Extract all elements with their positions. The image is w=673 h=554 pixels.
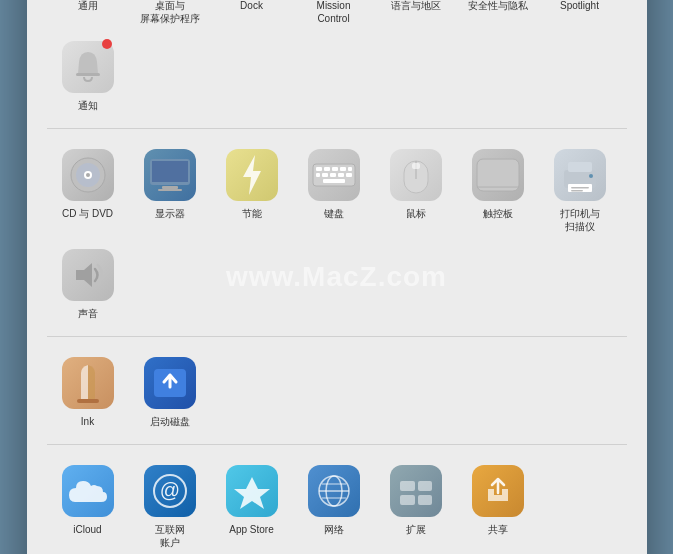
- svg-rect-30: [152, 161, 188, 182]
- section-other: Ink 启动磁盘: [47, 347, 627, 434]
- startup-label: 启动磁盘: [150, 415, 190, 428]
- display-label: 显示器: [155, 207, 185, 220]
- svg-rect-47: [412, 163, 420, 169]
- share-label: 共享: [488, 523, 508, 536]
- ink-icon: [60, 355, 116, 411]
- general-label: 通用: [78, 0, 98, 12]
- svg-rect-66: [400, 481, 415, 491]
- divider-1: [47, 128, 627, 129]
- sidebar-item-general[interactable]: 通用: [47, 0, 129, 31]
- expand-label: 扩展: [406, 523, 426, 536]
- sidebar-item-energy[interactable]: 节能: [211, 139, 293, 239]
- icloud-icon: [60, 463, 116, 519]
- svg-rect-57: [77, 399, 99, 403]
- svg-rect-38: [348, 167, 352, 171]
- sidebar-item-cd[interactable]: CD 与 DVD: [47, 139, 129, 239]
- expand-icon: [388, 463, 444, 519]
- icloud-label: iCloud: [73, 523, 101, 536]
- network-label: 网络: [324, 523, 344, 536]
- sidebar-item-network[interactable]: 网络: [293, 455, 375, 554]
- section-hardware: CD 与 DVD 显示器 节能: [47, 139, 627, 326]
- sidebar-item-dock[interactable]: Dock: [211, 0, 293, 31]
- svg-rect-42: [338, 173, 344, 177]
- svg-rect-48: [477, 159, 519, 191]
- sidebar-item-sound[interactable]: 声音: [47, 239, 129, 326]
- dock-label: Dock: [240, 0, 263, 12]
- svg-rect-37: [340, 167, 346, 171]
- svg-rect-36: [332, 167, 338, 171]
- svg-rect-69: [418, 495, 432, 505]
- svg-rect-40: [322, 173, 328, 177]
- notification-badge: [102, 39, 112, 49]
- svg-rect-35: [324, 167, 330, 171]
- svg-rect-41: [330, 173, 336, 177]
- sidebar-item-notification[interactable]: 通知: [47, 31, 129, 118]
- printer-label: 打印机与 扫描仪: [560, 207, 600, 233]
- svg-rect-32: [158, 189, 182, 191]
- sidebar-item-keyboard[interactable]: 键盘: [293, 139, 375, 239]
- sidebar-item-share[interactable]: 共享: [457, 455, 539, 554]
- sidebar-item-expand[interactable]: 扩展: [375, 455, 457, 554]
- energy-icon: [224, 147, 280, 203]
- notification-label: 通知: [78, 99, 98, 112]
- language-label: 语言与地区: [391, 0, 441, 12]
- trackpad-icon: [470, 147, 526, 203]
- svg-rect-43: [346, 173, 352, 177]
- cd-label: CD 与 DVD: [62, 207, 113, 220]
- sound-label: 声音: [78, 307, 98, 320]
- network-icon: [306, 463, 362, 519]
- desktop-label: 桌面与 屏幕保护程序: [140, 0, 200, 25]
- security-label: 安全性与隐私: [468, 0, 528, 12]
- svg-rect-68: [418, 481, 432, 491]
- sidebar-item-ink[interactable]: Ink: [47, 347, 129, 434]
- svg-rect-34: [316, 167, 322, 171]
- appstore-icon: [224, 463, 280, 519]
- sidebar-item-spotlight[interactable]: Spotlight: [539, 0, 621, 31]
- cd-icon: [60, 147, 116, 203]
- sidebar-item-display[interactable]: 显示器: [129, 139, 211, 239]
- sidebar-item-printer[interactable]: 打印机与 扫描仪: [539, 139, 621, 239]
- svg-rect-67: [400, 495, 415, 505]
- sidebar-item-mission[interactable]: Mission Control: [293, 0, 375, 31]
- keyboard-icon: [306, 147, 362, 203]
- svg-rect-44: [323, 179, 345, 183]
- spotlight-label: Spotlight: [560, 0, 599, 12]
- startup-icon: [142, 355, 198, 411]
- sidebar-item-security[interactable]: 安全性与隐私: [457, 0, 539, 31]
- svg-point-28: [86, 173, 90, 177]
- divider-2: [47, 336, 627, 337]
- display-icon: [142, 147, 198, 203]
- sidebar-item-icloud[interactable]: iCloud: [47, 455, 129, 554]
- sidebar-item-trackpad[interactable]: 触控板: [457, 139, 539, 239]
- sidebar-item-startup[interactable]: 启动磁盘: [129, 347, 211, 434]
- sidebar-item-internet[interactable]: @ 互联网 账户: [129, 455, 211, 554]
- svg-point-55: [589, 174, 593, 178]
- mission-label: Mission Control: [317, 0, 351, 25]
- sidebar-item-mouse[interactable]: 鼠标: [375, 139, 457, 239]
- svg-rect-24: [76, 73, 100, 76]
- share-icon: [470, 463, 526, 519]
- energy-label: 节能: [242, 207, 262, 220]
- sidebar-item-desktop[interactable]: 桌面与 屏幕保护程序: [129, 0, 211, 31]
- svg-marker-56: [76, 263, 92, 287]
- ink-label: Ink: [81, 415, 94, 428]
- svg-rect-54: [571, 190, 583, 192]
- main-window: www.MacZ.com ‹ › 系统偏好设置 🔍: [27, 0, 647, 554]
- svg-rect-53: [571, 187, 589, 189]
- divider-3: [47, 444, 627, 445]
- svg-rect-51: [568, 162, 592, 172]
- printer-icon: [552, 147, 608, 203]
- svg-text:@: @: [159, 479, 179, 501]
- trackpad-label: 触控板: [483, 207, 513, 220]
- svg-rect-39: [316, 173, 320, 177]
- appstore-label: App Store: [229, 523, 273, 536]
- section-personal: 通用 桌面与 屏幕保护程序 Dock: [47, 0, 627, 118]
- sidebar-item-appstore[interactable]: App Store: [211, 455, 293, 554]
- sidebar-item-language[interactable]: 语言与地区: [375, 0, 457, 31]
- section-internet: iCloud @ 互联网 账户 App Store: [47, 455, 627, 554]
- mouse-label: 鼠标: [406, 207, 426, 220]
- svg-rect-31: [162, 186, 178, 189]
- notification-icon: [60, 39, 116, 95]
- keyboard-label: 键盘: [324, 207, 344, 220]
- internet-icon: @: [142, 463, 198, 519]
